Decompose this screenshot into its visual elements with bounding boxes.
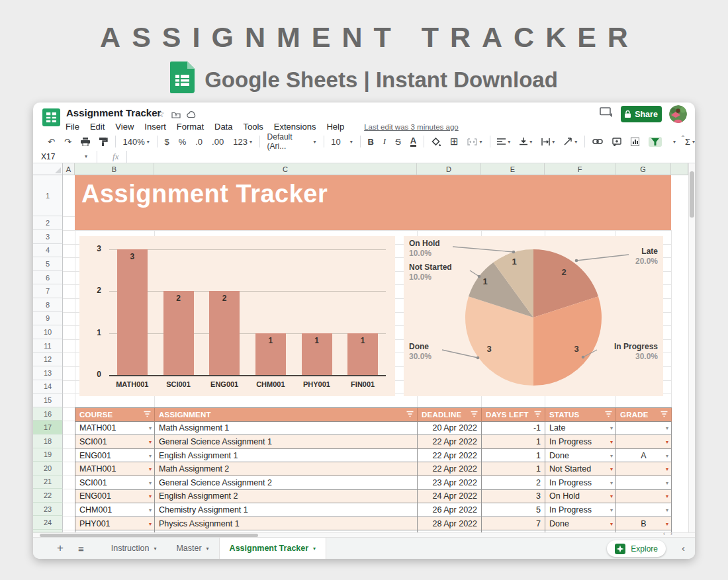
more-formats-button[interactable]: 123▾	[233, 137, 252, 147]
dropdown-arrow-icon[interactable]: ▾	[149, 507, 152, 513]
cell-status[interactable]: On Hold▾	[545, 490, 616, 504]
table-header-course[interactable]: COURSE	[75, 408, 155, 422]
table-header-deadline[interactable]: DEADLINE	[418, 408, 482, 422]
vertical-align-icon[interactable]: ▾	[520, 138, 532, 145]
undo-icon[interactable]: ↶	[48, 137, 55, 147]
cell-days_left[interactable]: 3	[482, 490, 545, 504]
filter-icon[interactable]	[406, 411, 414, 419]
cell-deadline[interactable]: 28 Apr 2022	[418, 517, 482, 531]
column-header-E[interactable]: E	[481, 163, 545, 175]
cell-days_left[interactable]: 1	[482, 462, 545, 476]
cell-days_left[interactable]: 1	[482, 449, 545, 463]
cell-course[interactable]: CHM001▾	[75, 503, 155, 517]
filter-icon[interactable]	[471, 411, 478, 419]
vertical-scrollbar[interactable]	[688, 163, 695, 532]
row-header-3[interactable]: 3	[33, 230, 63, 244]
dropdown-arrow-icon[interactable]: ▾	[149, 520, 152, 526]
font-size-select[interactable]: 10▾	[331, 137, 352, 147]
dropdown-arrow-icon[interactable]: ▾	[666, 520, 668, 526]
text-rotation-icon[interactable]: ▾	[564, 138, 577, 145]
row-header-5[interactable]: 5	[33, 257, 63, 271]
cell-days_left[interactable]: 2	[482, 476, 545, 490]
column-header-G[interactable]: G	[615, 163, 671, 175]
paint-format-icon[interactable]	[99, 138, 108, 146]
menu-item-tools[interactable]: Tools	[243, 122, 263, 132]
row-header-6[interactable]: 6	[33, 271, 63, 285]
dropdown-arrow-icon[interactable]: ▾	[666, 452, 668, 458]
row-header-12[interactable]: 12	[33, 352, 63, 366]
row-header-20[interactable]: 20	[33, 462, 63, 476]
menu-item-data[interactable]: Data	[214, 122, 232, 132]
cell-assignment[interactable]: Math Assignment 2	[155, 462, 418, 476]
select-all-corner[interactable]	[33, 163, 63, 175]
explore-button[interactable]: Explore	[607, 540, 666, 557]
row-header-11[interactable]: 11	[33, 339, 63, 353]
sheet-tab-master[interactable]: Master▾	[166, 538, 218, 559]
table-header-assignment[interactable]: ASSIGNMENT	[155, 408, 418, 422]
horizontal-align-icon[interactable]: ▾	[497, 138, 510, 145]
dropdown-arrow-icon[interactable]: ▾	[666, 438, 668, 444]
column-header-F[interactable]: F	[545, 163, 615, 175]
dropdown-arrow-icon[interactable]: ▾	[610, 452, 613, 458]
cell-assignment[interactable]: English Assignment 2	[155, 490, 418, 504]
fill-color-icon[interactable]	[432, 138, 441, 146]
cell-grade[interactable]: ▾	[616, 462, 672, 476]
format-currency-button[interactable]: $	[164, 137, 169, 147]
bold-button[interactable]: B	[367, 137, 373, 147]
cell-status[interactable]: In Progress▾	[545, 435, 616, 449]
vertical-scrollbar-thumb[interactable]	[690, 171, 694, 218]
row-header-4[interactable]: 4	[33, 244, 63, 258]
cell-days_left[interactable]: 7	[482, 517, 545, 531]
cell-assignment[interactable]: General Science Assignment 2	[155, 476, 418, 490]
cell-course[interactable]: MATH001▾	[75, 462, 155, 476]
strikethrough-button[interactable]: S	[395, 137, 401, 147]
functions-icon[interactable]: Σ▾	[685, 137, 695, 147]
dropdown-arrow-icon[interactable]: ▾	[149, 425, 152, 431]
row-header-24[interactable]: 24	[33, 516, 63, 530]
cell-course[interactable]: ENG001▾	[75, 490, 155, 504]
move-folder-icon[interactable]	[171, 110, 181, 120]
cell-grade[interactable]: ▾	[616, 503, 672, 517]
menu-item-view[interactable]: View	[115, 122, 134, 132]
row-header-21[interactable]: 21	[33, 476, 63, 489]
cell-assignment[interactable]: Physics Assignment 1	[155, 517, 418, 531]
cell-deadline[interactable]: 22 Apr 2022	[418, 462, 482, 476]
row-header-22[interactable]: 22	[33, 489, 63, 503]
dropdown-arrow-icon[interactable]: ▾	[610, 466, 613, 472]
column-header-D[interactable]: D	[417, 163, 481, 175]
table-header-days-left[interactable]: DAYS LEFT	[482, 408, 545, 422]
insert-chart-icon[interactable]	[631, 138, 639, 146]
menu-item-help[interactable]: Help	[326, 122, 344, 132]
horizontal-scrollbar[interactable]: ‹›	[33, 532, 695, 537]
zoom-select[interactable]: 140%▾	[123, 137, 150, 147]
pie-chart[interactable]: Late20.0%2In Progress30.0%3Done30.0%3Not…	[404, 236, 663, 396]
dropdown-arrow-icon[interactable]: ▾	[610, 425, 613, 431]
cell-grade[interactable]: A▾	[616, 449, 672, 463]
dropdown-arrow-icon[interactable]: ▾	[149, 493, 152, 499]
table-header-grade[interactable]: GRADE	[616, 408, 672, 422]
cell-deadline[interactable]: 26 Apr 2022	[418, 503, 482, 517]
row-header-17[interactable]: 17	[33, 421, 63, 435]
italic-button[interactable]: I	[383, 136, 386, 147]
filter-views-caret[interactable]: ▾	[673, 139, 676, 145]
grid-canvas[interactable]: Assignment Tracker 01233MATH0012SCI0012E…	[63, 175, 688, 532]
all-sheets-icon[interactable]: ≡	[78, 543, 84, 554]
account-avatar[interactable]	[669, 105, 687, 123]
dropdown-arrow-icon[interactable]: ▾	[666, 493, 668, 499]
cloud-status-icon[interactable]	[187, 110, 197, 120]
sheet-tab-assignment-tracker[interactable]: Assignment Tracker▾	[219, 538, 327, 559]
filter-icon[interactable]	[144, 411, 151, 419]
hide-menus-icon[interactable]: ˆ	[682, 135, 684, 144]
cell-assignment[interactable]: General Science Assignment 1	[155, 435, 418, 449]
cell-course[interactable]: PHY001▾	[75, 517, 155, 531]
filter-icon[interactable]	[534, 411, 541, 419]
cell-status[interactable]: In Progress▾	[545, 503, 616, 517]
table-header-status[interactable]: STATUS	[545, 408, 616, 422]
name-box[interactable]: X17	[33, 152, 83, 161]
cell-course[interactable]: SCI001▾	[75, 476, 155, 490]
borders-icon[interactable]: ⊞	[450, 136, 459, 147]
menu-item-insert[interactable]: Insert	[144, 122, 166, 132]
cell-grade[interactable]: ▾	[616, 490, 672, 504]
menu-item-extensions[interactable]: Extensions	[274, 122, 316, 132]
document-title[interactable]: Assignment Tracker	[66, 107, 161, 118]
